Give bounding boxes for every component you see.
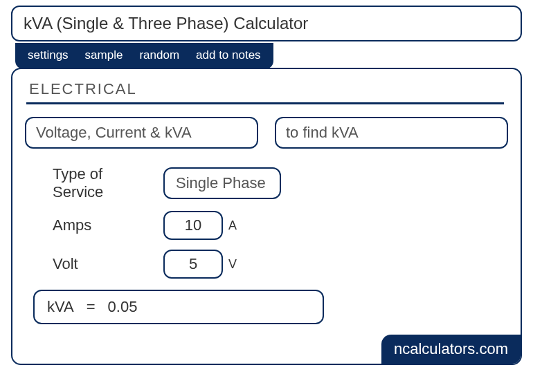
volt-input[interactable]: 5 <box>163 250 223 279</box>
tab-settings[interactable]: settings <box>28 48 69 62</box>
calculator-panel: ELECTRICAL Voltage, Current & kVA to fin… <box>11 68 522 365</box>
row-volt: Volt 5 V <box>53 250 508 279</box>
result-box: kVA = 0.05 <box>33 290 324 324</box>
row-amps: Amps 10 A <box>53 211 508 240</box>
goal-select[interactable]: to find kVA <box>275 117 508 149</box>
page-title: kVA (Single & Three Phase) Calculator <box>11 6 522 41</box>
volt-unit: V <box>228 257 237 272</box>
watermark: ncalculators.com <box>381 335 521 364</box>
mode-selectors: Voltage, Current & kVA to find kVA <box>25 117 508 149</box>
result-eq: = <box>87 298 96 316</box>
amps-unit: A <box>228 218 237 233</box>
amps-input[interactable]: 10 <box>163 211 223 240</box>
row-type-of-service: Type of Service Single Phase <box>53 165 508 201</box>
type-of-service-label: Type of Service <box>53 165 163 201</box>
result-label: kVA <box>47 298 74 316</box>
volt-label: Volt <box>53 255 163 273</box>
result-value: 0.05 <box>108 298 138 316</box>
mode-select[interactable]: Voltage, Current & kVA <box>25 117 258 149</box>
tab-sample[interactable]: sample <box>85 48 123 62</box>
tab-random[interactable]: random <box>139 48 179 62</box>
section-title: ELECTRICAL <box>26 80 504 104</box>
amps-label: Amps <box>53 216 163 234</box>
type-of-service-select[interactable]: Single Phase <box>163 167 281 199</box>
tabs-bar: settings sample random add to notes <box>15 43 273 69</box>
tab-add-to-notes[interactable]: add to notes <box>196 48 261 62</box>
